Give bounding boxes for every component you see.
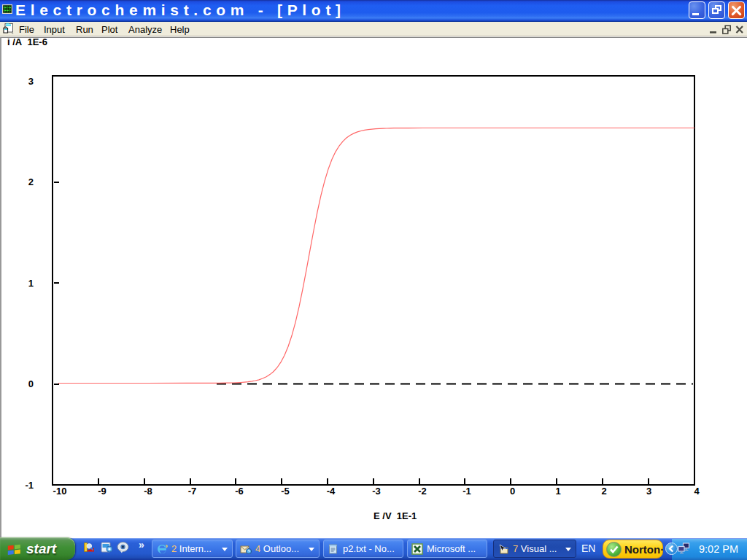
svg-text:-6: -6 <box>235 486 244 497</box>
svg-text:1: 1 <box>28 278 34 289</box>
svg-text:3: 3 <box>646 486 651 497</box>
svg-text:0: 0 <box>28 378 34 389</box>
svg-text:2: 2 <box>28 176 34 187</box>
svg-text:-3: -3 <box>372 486 381 497</box>
svg-text:0: 0 <box>510 486 515 497</box>
svg-text:-10: -10 <box>53 486 67 497</box>
svg-text:-2: -2 <box>418 486 427 497</box>
svg-text:-7: -7 <box>188 486 197 497</box>
svg-text:i /A 1E-6: i /A 1E-6 <box>7 36 47 47</box>
svg-text:-4: -4 <box>327 486 336 497</box>
svg-text:4: 4 <box>694 486 700 497</box>
svg-text:-9: -9 <box>98 486 107 497</box>
svg-text:-8: -8 <box>144 486 152 497</box>
svg-text:-5: -5 <box>281 486 290 497</box>
svg-text:2: 2 <box>601 486 606 497</box>
svg-text:-1: -1 <box>25 480 34 491</box>
svg-text:E /V 1E-1: E /V 1E-1 <box>374 510 417 521</box>
svg-text:-1: -1 <box>462 486 471 497</box>
svg-text:1: 1 <box>555 486 560 497</box>
svg-text:3: 3 <box>28 76 34 87</box>
